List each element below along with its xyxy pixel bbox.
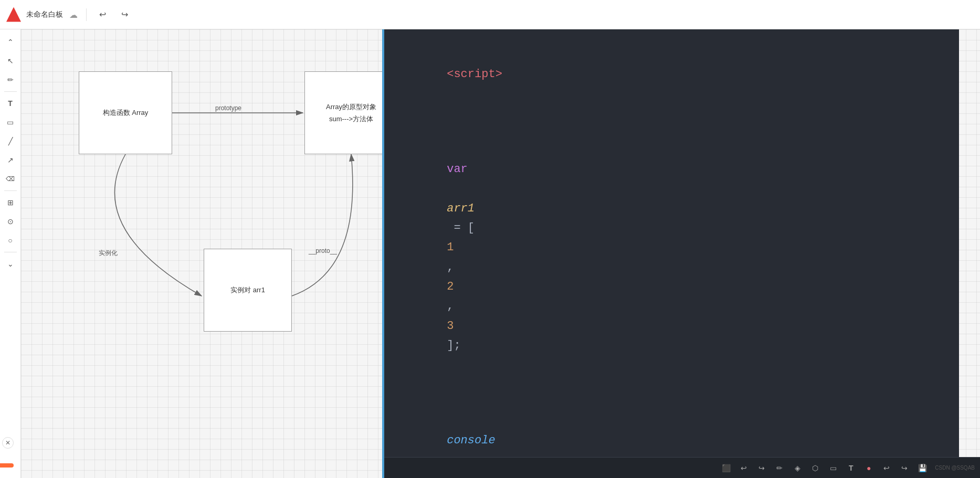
box-constructor-array[interactable]: 构造函数 Array [79,71,172,154]
num-1: 1 [447,241,454,254]
shape-icon: ○ [8,236,12,245]
sidebar-item-arrow[interactable]: ↗ [2,152,19,168]
ct-pen-icon: ✏ [776,464,783,472]
sidebar-item-eraser[interactable]: ⌫ [2,171,19,187]
table-icon: ⊞ [7,198,14,207]
ct-rect-btn[interactable]: ▭ [826,461,840,475]
ct-text-icon: T [849,464,853,472]
sidebar-collapse-up[interactable]: ⌃ [2,34,19,50]
ct-undo-btn[interactable]: ↩ [736,461,751,475]
ct-redo-btn[interactable]: ↪ [754,461,769,475]
text-icon: T [8,99,13,108]
sidebar-item-table[interactable]: ⊞ [2,194,19,211]
ct-back-btn[interactable]: ↩ [879,461,894,475]
cursor-icon: ↖ [7,57,14,65]
ct-back-icon: ↩ [883,464,890,472]
chevron-down-icon: ⌄ [7,260,14,268]
sidebar-item-line[interactable]: ╱ [2,133,19,150]
proto-arrow [292,154,353,296]
sidebar-item-rect[interactable]: ▭ [2,114,19,131]
recommend-badge[interactable]: 应用推荐 [0,463,14,468]
undo-button[interactable]: ↩ [94,6,111,23]
sidebar-separator-3 [4,252,17,252]
ct-forward-btn[interactable]: ↪ [897,461,912,475]
script-tag: <script> [447,68,502,81]
sidebar-collapse-down[interactable]: ⌄ [2,256,19,272]
ct-highlight-icon: ◈ [795,464,800,472]
screenshot-icon: ⬛ [722,464,731,472]
sidebar-item-cursor[interactable]: ↖ [2,52,19,69]
ct-text-btn[interactable]: T [844,461,858,475]
ct-save-icon: 💾 [918,464,927,472]
app-title: 未命名白板 [26,10,63,19]
num-3: 3 [447,320,454,333]
header: 未命名白板 ☁ ↩ ↪ [0,0,980,29]
code-line-1: <script> [405,45,938,104]
code-line-4 [405,375,938,391]
rect-icon: ▭ [7,118,14,126]
code-line-2 [405,104,938,120]
line-icon: ╱ [8,137,13,145]
sidebar-separator-2 [4,190,17,191]
sidebar-item-shape[interactable]: ○ [2,232,19,249]
ct-highlight-btn[interactable]: ◈ [790,461,805,475]
panel-resize-handle[interactable] [382,29,384,478]
var-keyword: var [447,163,468,176]
instantiate-arrow [114,154,202,296]
lasso-icon: ⊙ [7,217,14,226]
ct-undo-icon: ↩ [741,464,747,472]
code-toolbar: ⬛ ↩ ↪ ✏ ◈ ⬡ ▭ T ● ↩ ↪ 💾 CSDN @SSQAB [383,457,980,478]
sidebar: ⌃ ↖ ✏ T ▭ ╱ ↗ ⌫ ⊞ ⊙ ○ ⌄ [0,29,21,478]
ct-rect-icon: ▭ [830,464,837,472]
ct-screenshot-btn[interactable]: ⬛ [719,461,733,475]
box-instance-arr1-label: 实例对 arr1 [230,285,265,295]
proto-arrow-label: __proto__ [309,247,337,254]
close-icon: ✕ [5,439,10,447]
arr1-var: arr1 [447,202,475,215]
app-logo [6,7,21,22]
chevron-up-icon: ⌃ [7,38,14,46]
code-line-3: var arr1 = [ 1 , 2 , 3 ]; [405,120,938,375]
num-2: 2 [447,280,454,293]
ct-shape-btn[interactable]: ⬡ [808,461,823,475]
code-content: <script> var arr1 = [ 1 , 2 , 3 ]; conso… [384,29,959,478]
ct-color-icon: ● [867,464,871,472]
undo-icon: ↩ [99,9,106,19]
ct-save-btn[interactable]: 💾 [915,461,930,475]
box-instance-arr1[interactable]: 实例对 arr1 [204,249,292,332]
ct-shape-icon: ⬡ [812,464,818,472]
ct-forward-icon: ↪ [901,464,908,472]
redo-icon: ↪ [121,9,128,19]
ct-color-btn[interactable]: ● [861,461,876,475]
box-constructor-array-label: 构造函数 Array [103,108,149,118]
bottom-panel-close-btn[interactable]: ✕ [2,437,14,449]
instantiate-arrow-label: 实例化 [99,249,118,258]
redo-button[interactable]: ↪ [116,6,133,23]
pen-icon: ✏ [7,76,14,84]
sidebar-item-pen[interactable]: ✏ [2,71,19,88]
header-separator [86,8,87,21]
eraser-icon: ⌫ [6,175,15,183]
code-panel: <script> var arr1 = [ 1 , 2 , 3 ]; conso… [383,29,959,478]
console-obj: console [447,434,495,447]
watermark: CSDN @SSQAB [935,465,975,471]
sidebar-item-lasso[interactable]: ⊙ [2,213,19,230]
sidebar-separator-1 [4,91,17,92]
prototype-arrow-label: prototype [215,104,241,112]
box-array-prototype-label: Array的原型对象sum--->方法体 [326,101,376,125]
ct-redo-icon: ↪ [758,464,765,472]
ct-pen-btn[interactable]: ✏ [772,461,787,475]
sidebar-item-text[interactable]: T [2,95,19,112]
cloud-save-icon[interactable]: ☁ [69,10,79,19]
arrow-icon: ↗ [7,156,14,164]
